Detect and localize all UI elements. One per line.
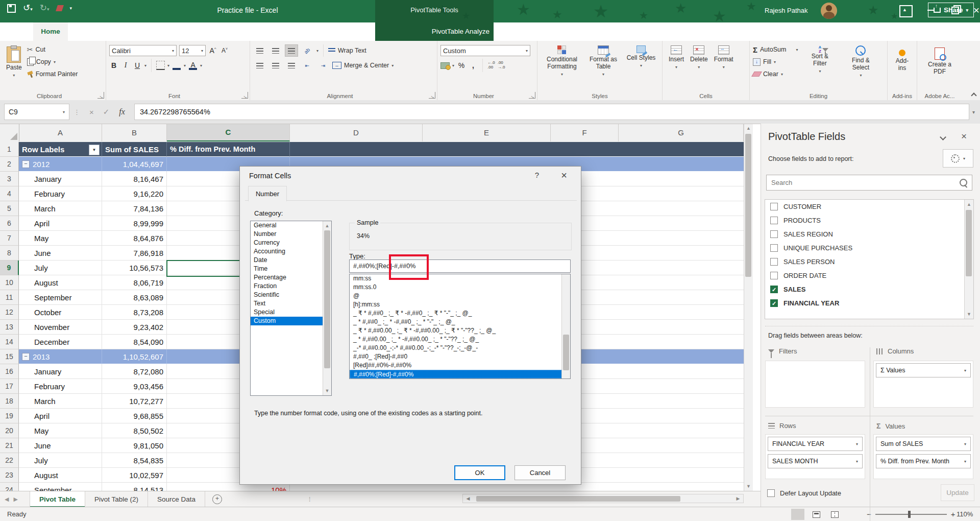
- zoom-in-icon[interactable]: +: [951, 510, 955, 518]
- tab-insert[interactable]: Insert: [68, 22, 101, 41]
- pane-close-icon[interactable]: ×: [961, 131, 967, 142]
- cell-D1[interactable]: [290, 142, 744, 157]
- pill-caret-icon[interactable]: ▾: [856, 442, 858, 446]
- align-right-icon[interactable]: [285, 59, 298, 72]
- category-item-currency[interactable]: Currency: [251, 239, 331, 247]
- field-item-customer[interactable]: CUSTOMER: [765, 200, 959, 214]
- avatar[interactable]: [821, 3, 837, 19]
- type-option-3[interactable]: [h]:mm:ss: [350, 300, 570, 309]
- type-option-10[interactable]: [Red]##,#0%-#,##0%: [350, 361, 570, 370]
- cell-A13[interactable]: November: [19, 320, 102, 335]
- dialog-close-icon[interactable]: ×: [556, 170, 572, 181]
- cell-A10[interactable]: August: [19, 275, 102, 290]
- category-scroll-down-icon[interactable]: ▼: [323, 386, 331, 395]
- sheet-tab-source-data[interactable]: Source Data: [148, 491, 205, 507]
- wrap-text-button[interactable]: Wrap Text: [328, 44, 366, 57]
- category-item-time[interactable]: Time: [251, 265, 331, 273]
- column-header-A[interactable]: A: [19, 124, 102, 141]
- type-option-11[interactable]: #,##0%;[Red]-#,##0%: [350, 370, 570, 378]
- pill-caret-icon[interactable]: ▾: [964, 442, 966, 446]
- cell-B24[interactable]: 8,14,513: [102, 483, 167, 491]
- tab-review[interactable]: Review: [228, 22, 266, 41]
- column-header-F[interactable]: F: [551, 124, 619, 141]
- category-scrollbar[interactable]: ▲ ▼: [323, 221, 331, 395]
- ok-button[interactable]: OK: [454, 465, 505, 480]
- undo-button[interactable]: ↺▾: [23, 3, 33, 13]
- category-item-text[interactable]: Text: [251, 299, 331, 308]
- cell-A1[interactable]: Row Labels▼: [19, 142, 102, 157]
- type-input[interactable]: #,##0%;[Red]-#,##0%: [349, 259, 571, 273]
- field-scroll-down-icon[interactable]: ▼: [965, 310, 973, 319]
- underline-button[interactable]: U: [133, 61, 142, 69]
- insert-function-icon[interactable]: fx: [119, 107, 125, 116]
- cell-A17[interactable]: February: [19, 379, 102, 394]
- collapse-icon-2012[interactable]: −: [22, 160, 30, 168]
- field-item-financial-year[interactable]: ✓FINANCIAL YEAR: [765, 296, 959, 310]
- row-header-6[interactable]: 6: [0, 216, 19, 231]
- user-name[interactable]: Rajesh Pathak: [765, 7, 808, 14]
- tab-data[interactable]: Data: [199, 22, 229, 41]
- field-item-sales[interactable]: ✓SALES: [765, 282, 959, 296]
- autosum-button[interactable]: ΣAutoSum▾: [753, 43, 798, 56]
- decrease-font-icon[interactable]: A˅: [220, 47, 229, 54]
- percent-style-button[interactable]: %: [457, 61, 466, 69]
- row-header-4[interactable]: 4: [0, 186, 19, 201]
- tab-design[interactable]: Design: [497, 22, 534, 41]
- cell-B20[interactable]: 8,50,502: [102, 423, 167, 438]
- formula-input[interactable]: 34.2672298765564%: [134, 104, 969, 120]
- type-option-8[interactable]: _-* #,##0.00_-;-* #,##0.00_-;_-* "-"??_-…: [350, 344, 570, 352]
- cell-B23[interactable]: 10,02,597: [102, 468, 167, 483]
- search-input[interactable]: Search: [766, 175, 972, 191]
- row-header-17[interactable]: 17: [0, 379, 19, 394]
- row-header-22[interactable]: 22: [0, 453, 19, 468]
- zoom-out-icon[interactable]: −: [867, 510, 871, 518]
- values-dropzone[interactable]: Sum of SALES▾% Diff. from Prev. Month▾: [873, 434, 973, 479]
- format-painter-button[interactable]: Format Painter: [27, 68, 78, 80]
- field-item-order-date[interactable]: ORDER DATE: [765, 269, 959, 282]
- clear-button[interactable]: Clear▾: [753, 68, 798, 80]
- copy-button[interactable]: Copy▾: [27, 56, 78, 68]
- unchecked-checkbox[interactable]: [770, 203, 778, 210]
- cell-B11[interactable]: 8,63,089: [102, 290, 167, 305]
- type-option-1[interactable]: mm:ss.0: [350, 283, 570, 292]
- number-format-combo[interactable]: Custom▾: [440, 45, 530, 56]
- row-header-16[interactable]: 16: [0, 364, 19, 379]
- cell-A8[interactable]: June: [19, 246, 102, 260]
- row-header-11[interactable]: 11: [0, 290, 19, 305]
- row-header-13[interactable]: 13: [0, 320, 19, 335]
- sheet-nav-left-icon[interactable]: ◀: [0, 491, 13, 507]
- customize-qat-button[interactable]: ▾: [70, 6, 72, 11]
- cell-B15[interactable]: 1,10,52,607: [102, 349, 167, 364]
- type-option-0[interactable]: mm:ss: [350, 274, 570, 283]
- expand-formula-bar-icon[interactable]: ▾: [972, 109, 975, 115]
- field-list-scrollbar[interactable]: ▲ ▼: [964, 200, 973, 319]
- horizontal-scrollbar[interactable]: ◀ ▶: [462, 494, 744, 503]
- sort-filter-button[interactable]: AZ Sort & Filter▾: [801, 43, 839, 80]
- underline-caret[interactable]: ▾: [144, 63, 146, 68]
- align-top-icon[interactable]: [253, 44, 266, 57]
- italic-button[interactable]: I: [121, 61, 130, 69]
- decrease-indent-icon[interactable]: ⇤: [301, 59, 314, 72]
- sheet-tab-pivot-table[interactable]: Pivot Table: [30, 491, 85, 507]
- row-header-14[interactable]: 14: [0, 335, 19, 349]
- page-break-view-button[interactable]: [828, 509, 841, 520]
- cell-A12[interactable]: October: [19, 305, 102, 320]
- row-header-18[interactable]: 18: [0, 394, 19, 409]
- pill-caret-icon[interactable]: ▾: [964, 368, 966, 373]
- number-tab[interactable]: Number: [248, 186, 287, 201]
- fill-button[interactable]: ↓Fill▾: [753, 56, 798, 68]
- cell-B17[interactable]: 9,03,456: [102, 379, 167, 394]
- pill-caret-icon[interactable]: ▾: [856, 459, 858, 464]
- collapse-ribbon-icon[interactable]: [971, 92, 976, 97]
- scroll-up-icon[interactable]: ▲: [744, 124, 753, 133]
- cancel-entry-icon[interactable]: ×: [89, 108, 94, 116]
- increase-decimal-icon[interactable]: ←.0.00: [487, 61, 495, 70]
- row-header-19[interactable]: 19: [0, 409, 19, 423]
- vertical-scrollbar[interactable]: ▲ ▼: [744, 124, 753, 491]
- type-option-4[interactable]: _ ₹ * #,##0_ ;_ ₹ * -#,##0_ ;_ ₹ * "-"_ …: [350, 309, 570, 318]
- filters-dropzone[interactable]: [765, 361, 865, 408]
- pill-%-diff-from-prev-month[interactable]: % Diff. from Prev. Month▾: [876, 454, 971, 468]
- cell-B13[interactable]: 9,23,402: [102, 320, 167, 335]
- row-header-23[interactable]: 23: [0, 468, 19, 483]
- cell-B19[interactable]: 9,68,855: [102, 409, 167, 423]
